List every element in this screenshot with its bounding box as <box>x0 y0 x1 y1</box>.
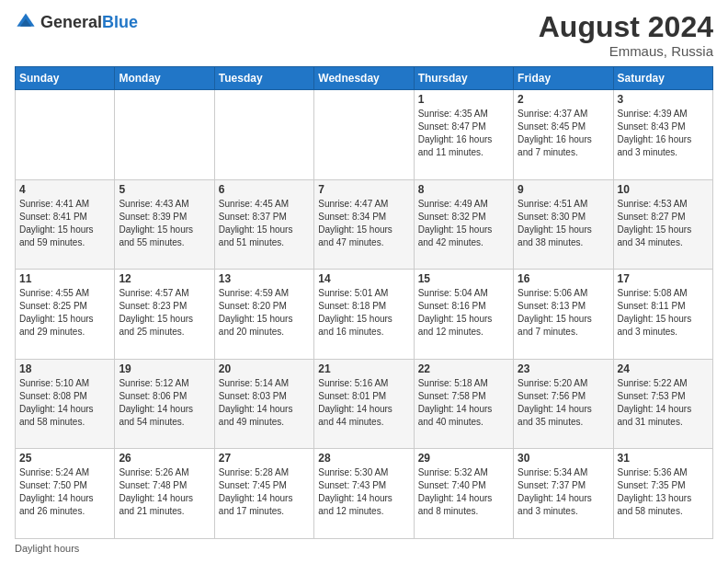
sunrise-label: Sunrise: 4:39 AM <box>618 109 688 119</box>
table-row: 21 Sunrise: 5:16 AM Sunset: 8:01 PM Dayl… <box>314 359 414 449</box>
sunset-label: Sunset: 8:06 PM <box>119 391 187 401</box>
sunrise-label: Sunrise: 4:35 AM <box>418 109 488 119</box>
table-row: 10 Sunrise: 4:53 AM Sunset: 8:27 PM Dayl… <box>613 179 712 270</box>
day-info: Sunrise: 4:43 AM Sunset: 8:39 PM Dayligh… <box>119 198 210 249</box>
calendar-week-row: 18 Sunrise: 5:10 AM Sunset: 8:08 PM Dayl… <box>16 359 713 449</box>
sunrise-label: Sunrise: 5:01 AM <box>318 288 388 298</box>
daylight-label: Daylight hours <box>15 543 79 554</box>
table-row: 9 Sunrise: 4:51 AM Sunset: 8:30 PM Dayli… <box>514 179 613 270</box>
day-number: 22 <box>418 362 509 375</box>
sunrise-label: Sunrise: 4:45 AM <box>219 199 289 209</box>
day-number: 7 <box>318 183 409 196</box>
day-info: Sunrise: 4:37 AM Sunset: 8:45 PM Dayligh… <box>518 108 609 159</box>
table-row: 26 Sunrise: 5:26 AM Sunset: 7:48 PM Dayl… <box>115 449 214 539</box>
daylight-info: Daylight: 15 hours and 7 minutes. <box>518 314 592 337</box>
calendar-week-row: 25 Sunrise: 5:24 AM Sunset: 7:50 PM Dayl… <box>16 449 713 539</box>
day-info: Sunrise: 5:06 AM Sunset: 8:13 PM Dayligh… <box>518 287 609 339</box>
sunset-label: Sunset: 8:47 PM <box>418 121 486 132</box>
day-info: Sunrise: 4:49 AM Sunset: 8:32 PM Dayligh… <box>418 198 509 249</box>
table-row: 19 Sunrise: 5:12 AM Sunset: 8:06 PM Dayl… <box>115 359 214 449</box>
day-info: Sunrise: 4:55 AM Sunset: 8:25 PM Dayligh… <box>19 287 110 339</box>
calendar-week-row: 11 Sunrise: 4:55 AM Sunset: 8:25 PM Dayl… <box>16 270 713 360</box>
sunrise-label: Sunrise: 4:41 AM <box>19 199 89 209</box>
day-number: 21 <box>318 362 409 375</box>
day-number: 5 <box>119 183 210 196</box>
table-row <box>314 90 414 180</box>
sunrise-label: Sunrise: 5:20 AM <box>518 378 587 388</box>
sunrise-label: Sunrise: 5:18 AM <box>418 378 488 388</box>
sunrise-label: Sunrise: 5:04 AM <box>418 288 488 298</box>
sunrise-label: Sunrise: 4:57 AM <box>119 288 188 298</box>
day-number: 8 <box>418 183 509 196</box>
sunset-label: Sunset: 8:13 PM <box>518 301 586 311</box>
table-row <box>16 90 115 180</box>
daylight-info: Daylight: 15 hours and 3 minutes. <box>618 314 692 337</box>
daylight-info: Daylight: 14 hours and 21 minutes. <box>119 493 193 516</box>
daylight-info: Daylight: 14 hours and 49 minutes. <box>219 404 293 427</box>
day-number: 26 <box>119 452 210 465</box>
calendar-table: Sunday Monday Tuesday Wednesday Thursday… <box>15 66 713 539</box>
sunset-label: Sunset: 8:01 PM <box>318 391 386 401</box>
day-number: 14 <box>318 272 409 285</box>
day-info: Sunrise: 5:28 AM Sunset: 7:45 PM Dayligh… <box>219 466 310 518</box>
day-number: 10 <box>618 183 709 196</box>
table-row: 16 Sunrise: 5:06 AM Sunset: 8:13 PM Dayl… <box>514 270 613 360</box>
daylight-info: Daylight: 16 hours and 7 minutes. <box>518 134 592 157</box>
table-row: 3 Sunrise: 4:39 AM Sunset: 8:43 PM Dayli… <box>613 90 712 180</box>
sunset-label: Sunset: 7:48 PM <box>119 480 187 490</box>
sunrise-label: Sunrise: 4:53 AM <box>618 199 688 209</box>
day-number: 1 <box>418 93 509 106</box>
sunrise-label: Sunrise: 5:06 AM <box>518 288 587 298</box>
calendar-week-row: 4 Sunrise: 4:41 AM Sunset: 8:41 PM Dayli… <box>16 179 713 270</box>
sunrise-label: Sunrise: 5:16 AM <box>318 378 388 388</box>
col-friday: Friday <box>514 67 613 90</box>
day-info: Sunrise: 4:59 AM Sunset: 8:20 PM Dayligh… <box>219 287 310 339</box>
day-number: 27 <box>219 452 310 465</box>
page: GeneralBlue August 2024 Emmaus, Russia S… <box>0 0 728 563</box>
daylight-info: Daylight: 16 hours and 3 minutes. <box>618 134 692 157</box>
sunset-label: Sunset: 8:11 PM <box>618 301 686 311</box>
sunrise-label: Sunrise: 5:26 AM <box>119 467 188 477</box>
sunset-label: Sunset: 8:37 PM <box>219 212 287 222</box>
sunrise-label: Sunrise: 5:12 AM <box>119 378 188 388</box>
sunset-label: Sunset: 7:43 PM <box>318 480 386 490</box>
table-row: 7 Sunrise: 4:47 AM Sunset: 8:34 PM Dayli… <box>314 179 414 270</box>
day-info: Sunrise: 5:16 AM Sunset: 8:01 PM Dayligh… <box>318 377 409 429</box>
table-row: 15 Sunrise: 5:04 AM Sunset: 8:16 PM Dayl… <box>414 270 513 360</box>
sunset-label: Sunset: 7:58 PM <box>418 391 486 401</box>
daylight-info: Daylight: 16 hours and 11 minutes. <box>418 134 493 157</box>
day-number: 16 <box>518 272 609 285</box>
sunrise-label: Sunrise: 4:47 AM <box>318 199 388 209</box>
logo-general: General <box>40 13 102 31</box>
sunset-label: Sunset: 8:08 PM <box>19 391 87 401</box>
day-info: Sunrise: 5:20 AM Sunset: 7:56 PM Dayligh… <box>518 377 609 429</box>
daylight-info: Daylight: 14 hours and 40 minutes. <box>418 404 493 427</box>
col-wednesday: Wednesday <box>314 67 414 90</box>
col-tuesday: Tuesday <box>214 67 313 90</box>
daylight-info: Daylight: 15 hours and 59 minutes. <box>19 224 94 247</box>
sunrise-label: Sunrise: 5:30 AM <box>318 467 388 477</box>
day-info: Sunrise: 4:35 AM Sunset: 8:47 PM Dayligh… <box>418 108 509 159</box>
table-row: 23 Sunrise: 5:20 AM Sunset: 7:56 PM Dayl… <box>514 359 613 449</box>
sunrise-label: Sunrise: 4:49 AM <box>418 199 488 209</box>
calendar-week-row: 1 Sunrise: 4:35 AM Sunset: 8:47 PM Dayli… <box>16 90 713 180</box>
day-number: 23 <box>518 362 609 375</box>
day-number: 18 <box>19 362 110 375</box>
table-row: 13 Sunrise: 4:59 AM Sunset: 8:20 PM Dayl… <box>214 270 313 360</box>
sunrise-label: Sunrise: 5:14 AM <box>219 378 289 388</box>
table-row: 11 Sunrise: 4:55 AM Sunset: 8:25 PM Dayl… <box>16 270 115 360</box>
daylight-info: Daylight: 15 hours and 51 minutes. <box>219 224 293 247</box>
sunset-label: Sunset: 8:18 PM <box>318 301 386 311</box>
day-number: 3 <box>618 93 709 106</box>
header: GeneralBlue August 2024 Emmaus, Russia <box>15 11 713 59</box>
col-monday: Monday <box>115 67 214 90</box>
day-info: Sunrise: 5:18 AM Sunset: 7:58 PM Dayligh… <box>418 377 509 429</box>
sunset-label: Sunset: 8:25 PM <box>19 301 87 311</box>
day-info: Sunrise: 5:24 AM Sunset: 7:50 PM Dayligh… <box>19 466 110 518</box>
sunset-label: Sunset: 7:50 PM <box>19 480 87 490</box>
day-number: 11 <box>19 272 110 285</box>
table-row: 25 Sunrise: 5:24 AM Sunset: 7:50 PM Dayl… <box>16 449 115 539</box>
daylight-info: Daylight: 14 hours and 12 minutes. <box>318 493 392 516</box>
table-row: 4 Sunrise: 4:41 AM Sunset: 8:41 PM Dayli… <box>16 179 115 270</box>
daylight-info: Daylight: 14 hours and 17 minutes. <box>219 493 293 516</box>
